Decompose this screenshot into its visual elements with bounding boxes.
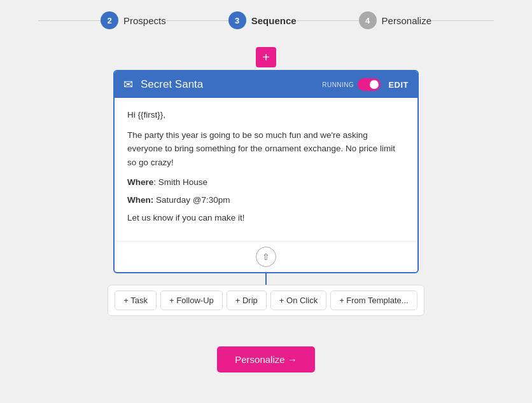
step-prospects: 2 Prospects	[101, 11, 166, 29]
stepper: 2 Prospects 3 Sequence 4 Personalize	[0, 0, 532, 41]
collapse-button[interactable]: ⇧	[256, 247, 276, 267]
content-area: + ✉ Secret Santa RUNNING EDIT Hi {{first…	[0, 41, 532, 372]
add-task-button[interactable]: + Task	[115, 290, 157, 310]
add-follow-up-button[interactable]: + Follow-Up	[160, 290, 223, 310]
email-paragraph: The party this year is going to be so mu…	[127, 128, 405, 170]
step-label-personalize: Personalize	[382, 15, 431, 26]
collapse-area: ⇧	[115, 241, 417, 272]
email-when-value: Saturday @7:30pm	[156, 195, 230, 205]
step-circle-prospects: 2	[101, 11, 118, 29]
step-sequence: 3 Sequence	[228, 11, 297, 29]
step-circle-sequence: 3	[228, 11, 246, 29]
email-body: Hi {{first}}, The party this year is goi…	[115, 98, 417, 241]
email-where: Where: Smith House	[127, 175, 405, 189]
running-toggle[interactable]	[358, 78, 381, 91]
add-drip-button[interactable]: + Drip	[227, 290, 267, 310]
action-buttons-row: + Task + Follow-Up + Drip + On Click + F…	[108, 285, 424, 316]
stepper-line-right	[431, 20, 494, 21]
email-when: When: Saturday @7:30pm	[127, 193, 405, 207]
email-where-colon: :	[153, 177, 158, 187]
step-label-prospects: Prospects	[123, 15, 166, 26]
add-on-click-button[interactable]: + On Click	[270, 290, 326, 310]
email-card: ✉ Secret Santa RUNNING EDIT Hi {{first}}…	[113, 70, 419, 273]
add-from-template-button[interactable]: + From Template...	[330, 290, 417, 310]
step-personalize: 4 Personalize	[359, 11, 431, 29]
email-closing: Let us know if you can make it!	[127, 211, 405, 225]
connector-line	[265, 273, 267, 285]
email-greeting: Hi {{first}},	[127, 108, 405, 122]
email-card-header: ✉ Secret Santa RUNNING EDIT	[115, 71, 417, 98]
step-label-sequence: Sequence	[251, 15, 297, 26]
email-card-title: Secret Santa	[141, 78, 322, 91]
edit-button[interactable]: EDIT	[388, 80, 409, 90]
stepper-line-left	[38, 20, 101, 21]
running-label: RUNNING	[322, 81, 354, 88]
email-where-value: Smith House	[158, 177, 207, 187]
add-step-button[interactable]: +	[256, 47, 276, 67]
email-icon: ✉	[123, 78, 133, 92]
stepper-line-mid2	[297, 20, 359, 21]
chevron-up-icon: ⇧	[262, 252, 270, 262]
step-circle-personalize: 4	[359, 11, 377, 29]
stepper-line-mid1	[166, 20, 228, 21]
personalize-button[interactable]: Personalize →	[217, 346, 315, 372]
